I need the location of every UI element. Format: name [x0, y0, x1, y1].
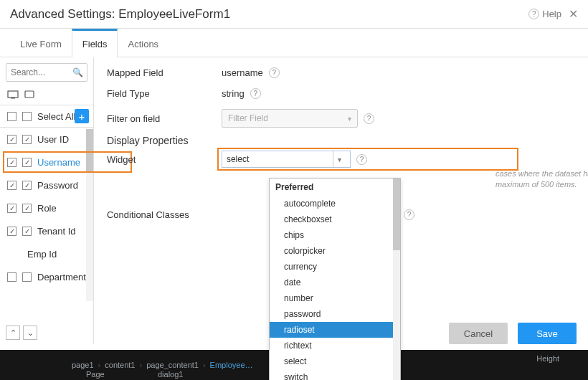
dropdown-item[interactable]: autocomplete	[270, 196, 400, 212]
move-up-button[interactable]: ⌃	[6, 326, 20, 340]
checkbox[interactable]	[7, 135, 16, 144]
scrollbar-thumb[interactable]	[86, 129, 93, 172]
svg-rect-2	[25, 91, 34, 98]
select-all-checkbox-2[interactable]	[22, 112, 32, 121]
dropdown-item[interactable]: richtext	[270, 338, 400, 353]
add-field-button[interactable]: +	[75, 109, 89, 123]
tablet-icon[interactable]	[24, 90, 34, 99]
field-label: Department	[37, 272, 86, 282]
help-icon[interactable]: ?	[250, 88, 261, 99]
dropdown-item[interactable]: chips	[270, 227, 400, 243]
dropdown-item[interactable]: select	[270, 353, 400, 369]
field-label: Username	[37, 157, 86, 168]
tabs: Live Form Fields Actions	[0, 29, 588, 57]
search-input[interactable]	[6, 63, 87, 82]
field-list: Select All + User ID Username Password	[0, 105, 93, 321]
checkbox[interactable]	[7, 272, 16, 282]
filter-label: Filter on field	[107, 113, 222, 124]
dropdown-item[interactable]: currency	[270, 259, 400, 275]
select-all-row[interactable]: Select All +	[0, 105, 93, 128]
crumb[interactable]: Employee…	[210, 361, 253, 369]
field-label: Password	[37, 180, 86, 191]
field-row-role[interactable]: Role	[0, 196, 93, 219]
field-row-username[interactable]: Username	[0, 151, 93, 174]
widget-label: Widget	[107, 154, 222, 165]
checkbox[interactable]	[22, 158, 32, 167]
cancel-button[interactable]: Cancel	[449, 323, 508, 344]
field-row-password[interactable]: Password	[0, 174, 93, 196]
help-icon[interactable]: ?	[364, 113, 374, 124]
checkbox[interactable]	[7, 227, 16, 236]
mapped-field-label: Mapped Field	[107, 67, 222, 78]
checkbox[interactable]	[22, 181, 32, 190]
field-row-userid[interactable]: User ID	[0, 128, 93, 151]
help-icon[interactable]: ?	[356, 154, 367, 165]
dropdown-item[interactable]: password	[270, 306, 400, 322]
crumb[interactable]: page_content1	[146, 361, 199, 369]
tab-live-form[interactable]: Live Form	[10, 29, 72, 57]
checkbox[interactable]	[22, 227, 32, 236]
dropdown-scrollbar-thumb[interactable]	[393, 179, 400, 250]
field-label: Emp Id	[27, 249, 86, 260]
dropdown-item[interactable]: date	[270, 275, 400, 290]
field-type-label: Field Type	[107, 88, 222, 99]
field-label: User ID	[37, 134, 86, 145]
help-icon: ?	[528, 9, 539, 19]
checkbox[interactable]	[7, 158, 16, 167]
widget-hint: cases where the dataset has fixed data f…	[495, 168, 588, 191]
move-down-button[interactable]: ⌄	[23, 326, 37, 340]
field-type-value: string	[222, 88, 245, 99]
svg-rect-1	[11, 98, 15, 99]
height-label: Height	[536, 354, 559, 363]
tab-actions[interactable]: Actions	[118, 29, 169, 57]
field-row-tenantid[interactable]: Tenant Id	[0, 219, 93, 242]
fields-sidebar: 🔍 Select All + User ID	[0, 57, 94, 344]
widget-dropdown: Preferred autocomplete checkboxset chips…	[269, 178, 401, 380]
widget-value: select	[227, 154, 249, 164]
checkbox[interactable]	[7, 204, 16, 213]
dropdown-group-header: Preferred	[270, 179, 400, 196]
chevron-down-icon: ▾	[348, 115, 351, 123]
svg-rect-0	[8, 91, 18, 98]
chevron-down-icon: ▾	[333, 151, 346, 167]
dropdown-item-selected[interactable]: radioset	[270, 322, 400, 338]
field-row-department[interactable]: Department	[0, 265, 93, 288]
field-row-empid[interactable]: Emp Id	[0, 242, 93, 265]
display-properties-header: Display Properties	[107, 135, 588, 146]
dialog-label: dialog1	[158, 370, 183, 379]
tab-fields[interactable]: Fields	[72, 29, 118, 57]
mapped-field-value: username	[222, 67, 263, 78]
checkbox[interactable]	[22, 204, 32, 213]
checkbox[interactable]	[7, 181, 16, 190]
dropdown-item[interactable]: checkboxset	[270, 212, 400, 227]
close-icon[interactable]: ✕	[569, 7, 578, 21]
dropdown-item[interactable]: number	[270, 290, 400, 306]
desktop-icon[interactable]	[7, 90, 19, 99]
help-label: Help	[542, 9, 561, 19]
dropdown-item[interactable]: colorpicker	[270, 243, 400, 259]
widget-select[interactable]: select ▾	[222, 151, 351, 168]
conditional-classes-label: Conditional Classes	[107, 209, 222, 220]
help-icon[interactable]: ?	[404, 209, 414, 220]
dropdown-item[interactable]: switch	[270, 369, 400, 380]
field-label: Tenant Id	[37, 226, 86, 237]
crumb[interactable]: page1	[72, 361, 94, 369]
filter-placeholder: Filter Field	[228, 113, 268, 123]
dialog-title: Advanced Settings: EmployeeLiveForm1	[10, 7, 528, 22]
select-all-checkbox-1[interactable]	[7, 112, 16, 121]
checkbox[interactable]	[22, 135, 32, 144]
field-label: Role	[37, 203, 86, 214]
checkbox[interactable]	[22, 272, 32, 282]
crumb[interactable]: content1	[105, 361, 135, 369]
page-label: Page	[86, 370, 105, 379]
help-link[interactable]: ? Help	[528, 9, 561, 19]
filter-field-select[interactable]: Filter Field ▾	[222, 109, 358, 128]
save-button[interactable]: Save	[518, 323, 577, 344]
help-icon[interactable]: ?	[269, 67, 280, 78]
breadcrumb: page1› content1› page_content1› Employee…	[0, 357, 253, 373]
